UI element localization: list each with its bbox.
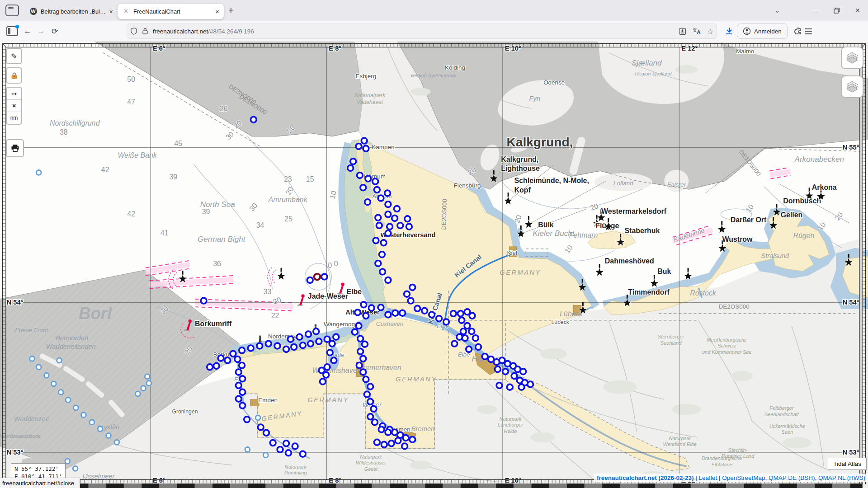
harbour-marker-light[interactable]: [51, 381, 56, 386]
harbour-marker[interactable]: [248, 345, 254, 351]
harbour-marker[interactable]: [331, 357, 337, 363]
harbour-marker-light[interactable]: [98, 427, 103, 432]
harbour-marker-light[interactable]: [255, 415, 260, 420]
measure-extend-button[interactable]: ↦: [7, 88, 21, 100]
harbour-marker[interactable]: [277, 446, 283, 452]
new-tab-button[interactable]: +: [228, 5, 234, 16]
harbour-marker[interactable]: [300, 451, 306, 457]
harbour-marker[interactable]: [236, 369, 241, 375]
harbour-marker[interactable]: [385, 230, 391, 236]
harbour-marker[interactable]: [274, 343, 280, 349]
harbour-marker-light[interactable]: [145, 374, 150, 379]
harbour-marker[interactable]: [379, 252, 385, 258]
tab-freenauticalchart[interactable]: ✳ FreeNauticalChart ×: [118, 4, 224, 19]
back-button[interactable]: ←: [21, 24, 34, 38]
harbour-marker[interactable]: [201, 298, 207, 304]
harbour-marker[interactable]: [283, 441, 289, 446]
harbour-marker[interactable]: [368, 399, 373, 404]
harbour-marker-light[interactable]: [263, 453, 268, 458]
harbour-marker[interactable]: [240, 403, 245, 408]
harbour-marker[interactable]: [230, 351, 236, 357]
reload-button[interactable]: ⟳: [48, 24, 61, 38]
downloads-icon[interactable]: [725, 27, 733, 35]
harbour-marker[interactable]: [225, 357, 231, 363]
harbour-marker[interactable]: [207, 364, 213, 370]
harbour-marker[interactable]: [469, 313, 475, 319]
harbour-marker[interactable]: [408, 298, 414, 304]
harbour-marker[interactable]: [385, 211, 391, 217]
harbour-marker[interactable]: [350, 159, 356, 164]
harbour-marker[interactable]: [376, 223, 382, 229]
attribution-leaflet-link[interactable]: Leaflet: [699, 474, 717, 481]
layers-control-button[interactable]: [841, 47, 863, 69]
harbour-marker[interactable]: [239, 362, 245, 368]
harbour-marker[interactable]: [495, 366, 500, 372]
harbour-marker[interactable]: [300, 343, 306, 348]
harbour-marker[interactable]: [373, 238, 379, 244]
harbour-marker[interactable]: [410, 436, 415, 442]
harbour-marker[interactable]: [258, 424, 264, 430]
harbour-marker[interactable]: [361, 138, 367, 144]
harbour-marker[interactable]: [374, 187, 380, 193]
harbour-marker[interactable]: [406, 224, 412, 230]
harbour-marker[interactable]: [356, 362, 362, 368]
harbour-marker[interactable]: [363, 376, 369, 382]
harbour-marker[interactable]: [387, 224, 393, 230]
harbour-marker[interactable]: [381, 441, 387, 447]
harbour-marker-light[interactable]: [141, 386, 146, 391]
harbour-marker[interactable]: [466, 346, 472, 352]
harbour-marker[interactable]: [503, 369, 509, 375]
harbour-marker[interactable]: [358, 336, 363, 342]
harbour-marker[interactable]: [462, 335, 468, 341]
harbour-marker[interactable]: [378, 195, 384, 201]
harbour-marker[interactable]: [415, 305, 420, 311]
draw-route-button[interactable]: ✎: [6, 48, 22, 64]
harbour-marker[interactable]: [378, 305, 384, 310]
harbour-marker-light[interactable]: [36, 170, 41, 175]
harbour-marker[interactable]: [360, 356, 366, 361]
harbour-marker-light[interactable]: [44, 373, 49, 378]
harbour-marker-light[interactable]: [66, 398, 71, 403]
layers-control-button-2[interactable]: [841, 75, 863, 98]
tidal-atlas-button[interactable]: Tidal Atlas: [828, 458, 867, 470]
measure-clear-button[interactable]: ×: [7, 100, 21, 112]
harbour-marker[interactable]: [385, 312, 391, 318]
harbour-marker[interactable]: [469, 328, 475, 334]
harbour-marker[interactable]: [507, 384, 513, 390]
harbour-marker[interactable]: [270, 440, 276, 446]
harbour-marker-light[interactable]: [30, 356, 35, 361]
harbour-marker[interactable]: [371, 406, 377, 412]
harbour-marker[interactable]: [450, 311, 456, 317]
harbour-marker[interactable]: [429, 312, 435, 318]
harbour-marker[interactable]: [459, 317, 465, 323]
harbour-marker[interactable]: [352, 329, 358, 335]
harbour-marker[interactable]: [482, 353, 488, 359]
url-bar[interactable]: freenauticalchart.net/#8/54.264/9.196 A …: [127, 23, 717, 39]
harbour-marker[interactable]: [496, 383, 502, 389]
harbour-marker[interactable]: [358, 348, 363, 354]
harbour-marker[interactable]: [476, 344, 481, 350]
harbour-marker-light[interactable]: [90, 420, 94, 425]
harbour-marker[interactable]: [321, 274, 327, 280]
harbour-marker-light[interactable]: [106, 433, 111, 438]
harbour-marker[interactable]: [324, 364, 330, 370]
sidebar-toggle-icon[interactable]: [6, 26, 18, 36]
harbour-marker[interactable]: [363, 313, 369, 319]
harbour-marker[interactable]: [324, 336, 330, 342]
harbour-marker[interactable]: [236, 396, 241, 402]
harbour-marker[interactable]: [291, 344, 297, 350]
harbour-marker[interactable]: [392, 310, 398, 316]
harbour-marker[interactable]: [356, 143, 362, 149]
harbour-marker[interactable]: [244, 417, 250, 422]
harbour-marker[interactable]: [378, 427, 384, 432]
harbour-marker[interactable]: [329, 341, 335, 347]
harbour-marker[interactable]: [499, 357, 505, 363]
harbour-marker[interactable]: [443, 319, 449, 325]
harbour-marker[interactable]: [218, 355, 224, 361]
firefox-view-icon[interactable]: [5, 5, 19, 16]
harbour-marker[interactable]: [286, 450, 292, 456]
harbour-marker[interactable]: [519, 384, 524, 390]
harbour-marker[interactable]: [404, 291, 410, 297]
harbour-marker[interactable]: [361, 302, 367, 308]
harbour-marker[interactable]: [392, 216, 398, 221]
